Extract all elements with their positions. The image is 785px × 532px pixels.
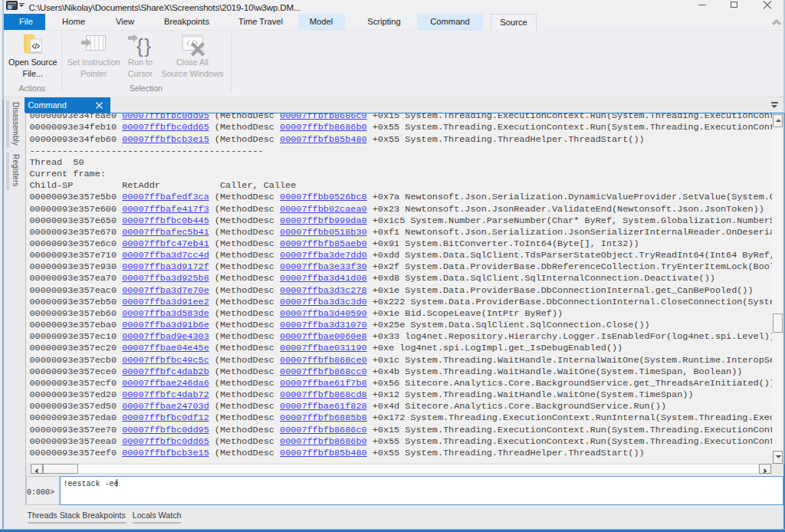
svg-text:{}: {}: [136, 34, 152, 57]
